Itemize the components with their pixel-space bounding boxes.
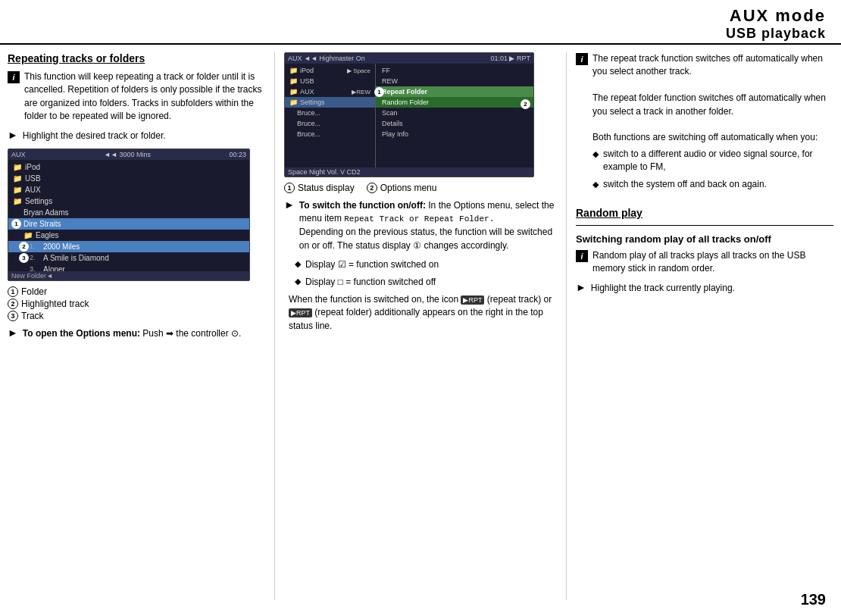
file-row-2000miles: 1. 2000 Miles 2 xyxy=(8,241,249,252)
folder-icon: 📁 xyxy=(13,186,22,194)
info-text-random: Random play of all tracks plays all trac… xyxy=(592,249,833,276)
caption-1: 1 Status display xyxy=(284,183,355,193)
sr-file-sub: ▶ Space xyxy=(347,67,370,74)
badge-3: 3 xyxy=(19,253,29,263)
file-name: A Smile is Diamond xyxy=(43,254,109,262)
screen-right-content: 📁 iPod ▶ Space 📁 USB 📁 AUX ▶REW xyxy=(285,64,533,172)
file-row-aux: 📁 AUX xyxy=(8,184,249,195)
label-text-2: Highlighted track xyxy=(21,299,89,309)
file-row-ipod: 📁 iPod xyxy=(8,161,249,173)
usb-playback-title: USB playback xyxy=(15,26,826,42)
screen-left-wrapper: AUX ◄◄ 3000 Mins 00:23 📁 iPod 📁 USB xyxy=(8,149,250,281)
folder-icon: 📁 xyxy=(13,163,22,171)
section-title-repeat: Repeating tracks or folders xyxy=(8,52,265,64)
page-header: AUX mode USB playback xyxy=(0,0,841,45)
rpt-icon-2: ▶RPT xyxy=(289,308,312,317)
screen-right-bottom: Space Night Vol. V CD2 xyxy=(285,167,533,177)
diamond-text-r1: switch to a different audio or video sig… xyxy=(603,148,833,174)
main-content: Repeating tracks or folders i This funct… xyxy=(0,45,841,608)
folder-icon: 📁 xyxy=(13,197,22,205)
subsection-random-all: Switching random play of all tracks on/o… xyxy=(576,233,833,245)
sr-file-name: Bruce... xyxy=(297,130,320,138)
file-row-eagles: 📁 Eagles xyxy=(8,230,249,241)
file-name: Dire Straits xyxy=(23,220,61,228)
arrow-bullet-switch: ► xyxy=(284,199,295,211)
screen-bottom-bar: New Folder◄ xyxy=(8,271,249,280)
badge-2: 2 xyxy=(19,242,29,252)
label-badge-1: 1 xyxy=(8,286,18,297)
badge-1: 1 xyxy=(11,219,21,229)
arrow-item-1: ► Highlight the desired track or folder. xyxy=(8,130,265,142)
info-text-both-content: Both functions are switching off automat… xyxy=(592,132,818,142)
sr-right-panel: FF REW Repeat Folder 1 Random Folder xyxy=(376,64,533,172)
arrow-bullet-ht: ► xyxy=(576,281,586,293)
sr-menu-scan: Scan xyxy=(376,108,533,118)
sr-menu-text: FF xyxy=(382,67,390,74)
arrow-text-ht: Highlight the track currently playing. xyxy=(591,282,735,295)
label-badge-3: 3 xyxy=(8,311,18,321)
arrow-text-options: To open the Options menu: Push ➡ the con… xyxy=(23,327,242,340)
file-row-bryan: Bryan Adams xyxy=(8,207,249,218)
file-row-dire: Dire Straits 1 xyxy=(8,218,249,230)
info-text-rt-content: The repeat track function switches off a… xyxy=(592,53,823,77)
info-icon-rt: i xyxy=(576,53,588,65)
screen-left-status: AUX ◄◄ 3000 Mins 00:23 xyxy=(8,149,249,160)
file-row-usb: 📁 USB xyxy=(8,173,249,184)
arrow-bullet-2: ► xyxy=(8,327,18,339)
sr-menu-rew: REW xyxy=(376,76,533,86)
label-badge-2: 2 xyxy=(8,299,18,309)
arrow-icon-appears: When the function is switched on, the ic… xyxy=(284,293,557,333)
diamond-bullet-r2: ◆ xyxy=(592,179,599,191)
sr-menu-random-folder: Random Folder 2 xyxy=(376,97,533,108)
sr-row-usb: 📁 USB xyxy=(285,76,375,86)
sr-menu-repeat-folder: Repeat Folder 1 xyxy=(376,86,533,97)
sr-menu-play-info: Play Info xyxy=(376,129,533,139)
diamond-text-1: Display ☑ = function switched on xyxy=(305,258,439,271)
arrow-bold-switch: To switch the function on/off: xyxy=(299,200,426,211)
left-column: Repeating tracks or folders i This funct… xyxy=(8,52,265,600)
diamond-bullet-1: ◆ xyxy=(295,259,301,269)
sr-menu-text: Play Info xyxy=(382,130,408,138)
folder-icon: 📁 xyxy=(289,98,298,106)
file-name: iPod xyxy=(25,163,40,171)
status-center-text: ◄◄ 3000 Mins xyxy=(104,151,151,158)
arrow-switch-function: ► To switch the function on/off: In the … xyxy=(284,199,557,252)
sr-row-ipod: 📁 iPod ▶ Space xyxy=(285,65,375,76)
label-text-1: Folder xyxy=(21,286,47,297)
caption-2: 2 Options menu xyxy=(367,183,437,193)
arrow-bold-options: To open the Options menu: xyxy=(23,328,140,339)
arrow-highlight-track: ► Highlight the track currently playing. xyxy=(576,282,833,295)
right-column: i The repeat track function switches off… xyxy=(576,52,833,600)
label-track: 3 Track xyxy=(8,311,265,321)
screen-right-status: AUX ◄◄ Highmaster On 01:01 ▶ RPT xyxy=(285,53,533,64)
rpt-icon-1: ▶RPT xyxy=(461,295,484,305)
screen-right-wrapper: AUX ◄◄ Highmaster On 01:01 ▶ RPT 📁 iPod … xyxy=(284,52,534,177)
track-num: 2. xyxy=(30,254,40,261)
label-highlighted: 2 Highlighted track xyxy=(8,299,265,309)
sr-row-settings: 📁 Settings xyxy=(285,97,375,108)
caption-text-1: Status display xyxy=(298,183,355,193)
folder-icon: 📁 xyxy=(289,77,298,85)
divider-random xyxy=(576,225,833,226)
sr-file-name: Settings xyxy=(300,98,325,106)
file-name: AUX xyxy=(25,186,41,194)
info-block-random: i Random play of all tracks plays all tr… xyxy=(576,249,833,276)
sr-menu-text: Repeat Folder xyxy=(382,88,427,95)
sr-menu-text: REW xyxy=(382,77,398,85)
sr-row-bruce3: Bruce... xyxy=(285,129,375,139)
file-row-settings: 📁 Settings xyxy=(8,195,249,207)
file-name: Eagles xyxy=(36,231,59,239)
arrow-text-1: Highlight the desired track or folder. xyxy=(23,130,166,142)
info-text-rf-content: The repeat folder function switches off … xyxy=(592,92,826,116)
sr-file-sub2: ▶REW xyxy=(352,89,370,95)
screen-right: AUX ◄◄ Highmaster On 01:01 ▶ RPT 📁 iPod … xyxy=(284,52,534,177)
screen-left-labels: 1 Folder 2 Highlighted track 3 Track xyxy=(8,286,265,321)
diamond-bullet-r1: ◆ xyxy=(592,149,599,161)
sr-menu-text: Random Folder xyxy=(382,98,429,106)
menu-badge-2: 2 xyxy=(521,99,530,109)
sr-file-name: iPod xyxy=(300,67,314,74)
separator-2 xyxy=(566,52,567,600)
file-name: USB xyxy=(25,174,41,183)
diamond-bullet-2: ◆ xyxy=(295,277,301,286)
sr-status-time: 01:01 ▶ RPT xyxy=(490,55,530,62)
